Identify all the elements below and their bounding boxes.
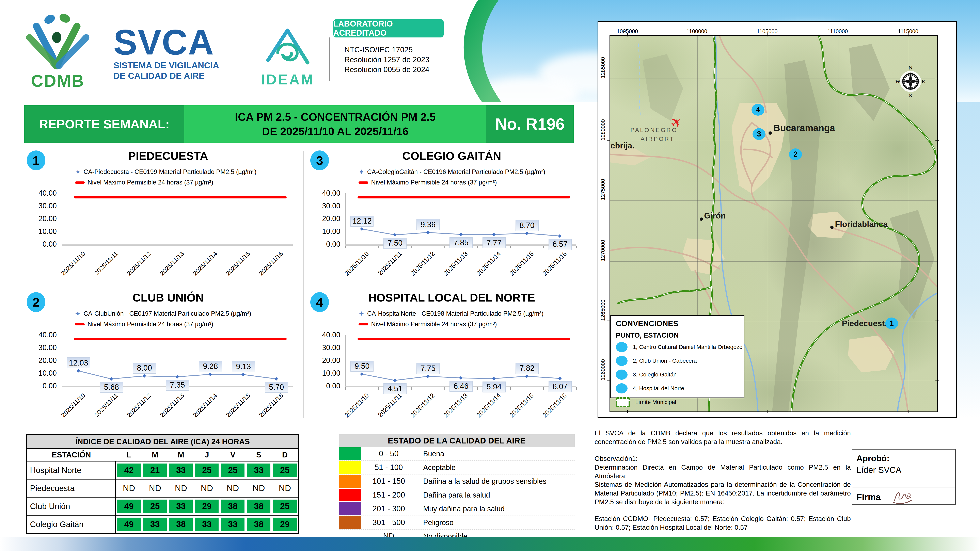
map-y-tickmark [935,78,939,78]
x-axis-tickmark [194,246,194,248]
y-axis-line [62,194,62,245]
data-point-label: 5.68 [100,382,123,393]
green-swoosh-decoration [445,0,531,102]
ica-value-cell: 49 [117,518,141,531]
map-y-tickmark [607,321,610,321]
limit-line [74,196,286,198]
ica-station-name: Piedecuesta [27,479,116,497]
ica-value-cell: 33 [247,464,270,477]
y-axis-tick-label: 20.00 [24,214,57,223]
map-y-coordinate-label: 1270000 [600,253,606,261]
map-y-tickmark [607,78,610,78]
estado-label: Buena [416,447,575,460]
map-y-tickmark [607,380,610,381]
air-quality-state-table: ESTADO DE LA CALIDAD DEL AIRE0 - 50Buena… [339,434,575,543]
ica-station-header: ESTACIÓN [27,449,116,461]
station-map-panel: BucaramangaGirónFloridablancaPiedecuesta… [598,21,957,418]
estado-color-swatch [339,489,361,502]
estado-table-row: 151 - 200Dañina para la salud [339,488,575,502]
x-axis-date-label: 2025/11/16 [258,250,285,277]
map-x-tickmark [767,33,767,37]
x-axis-date-label: 2025/11/10 [60,250,87,277]
estado-label: Dañina a la salud de grupos sensibles [416,475,575,488]
data-point-label: 7.50 [383,238,407,249]
x-axis-date-label: 2025/11/12 [126,250,153,277]
x-axis-tickmark [293,246,293,248]
map-x-tickmark [838,33,838,37]
ideam-logo-icon [262,26,313,70]
ica-day-header: S [246,449,272,461]
sky-strip [955,102,980,418]
data-point-label: 5.94 [482,381,506,392]
estado-label: Muy dañina para la salud [416,502,575,516]
x-axis-date-label: 2025/11/15 [224,250,252,277]
y-axis-tick-label: 30.00 [24,202,57,210]
estado-color-swatch [339,475,361,487]
estado-table-row: 51 - 100Aceptable [339,460,575,475]
ica-value: 38 [168,515,194,534]
map-x-tickmark [627,410,628,413]
ica-value: 38 [220,497,246,515]
map-y-tickmark [935,140,939,141]
ica-value-cell: 25 [143,500,167,513]
data-point-label: 7.77 [482,237,506,248]
ica-day-header: J [194,449,220,461]
ica-value: ND [168,479,194,497]
data-point-label: 7.82 [515,363,539,374]
ica-table-row: PiedecuestaNDNDNDNDNDNDND [27,479,298,497]
ica-value-cell: ND [117,481,141,495]
map-y-tickmark [935,321,939,321]
data-point-label: 9.28 [199,361,222,372]
accreditation-badge: LABORATORIO ACREDITADO [333,19,444,38]
x-axis-date-label: 2025/11/13 [159,250,186,277]
chart-colegio-gaitan: 3 COLEGIO GAITÁN ✦ CA-ColegioGaitán - CE… [308,149,583,289]
chart-plot-area: 40.0030.0020.0010.000.002025/11/102025/1… [24,291,300,430]
estado-color-swatch [339,516,361,529]
data-point-label: 7.35 [166,380,189,391]
map-x-tickmark [767,410,767,413]
estado-table-row: 201 - 300Muy dañina para la salud [339,502,575,516]
declaration-p3: Determinación Directa en Campo de Materi… [595,463,851,481]
report-title-line2: DE 2025/11/10 AL 2025/11/16 [262,124,409,138]
estado-table-title: ESTADO DE LA CALIDAD DEL AIRE [339,434,575,447]
ica-value-cell: 25 [273,500,297,513]
ica-value-cell: 29 [195,500,219,513]
map-y-tickmark [935,261,939,261]
data-point-label: 7.85 [450,237,473,248]
y-axis-tick-label: 0.00 [24,240,57,248]
ideam-logo: IDEAM [256,26,319,88]
estado-range: 101 - 150 [361,475,416,488]
map-y-tickmark [607,200,610,200]
chart-plot-area: 40.0030.0020.0010.000.002025/11/102025/1… [308,149,583,289]
ica-value: ND [246,479,272,497]
report-type-label: REPORTE SEMANAL: [24,105,185,143]
signature-label: Firma [856,492,881,502]
ica-value-cell: 33 [169,500,192,513]
ica-table-title: ÍNDICE DE CALIDAD DEL AIRE (ICA) 24 HORA… [27,435,298,449]
data-point-label: 12.12 [350,216,374,227]
ica-value-cell: 25 [221,464,245,477]
map-y-coordinate-label: 1285000 [600,70,606,78]
ica-value: 49 [116,515,142,534]
map-y-coordinate-label: 1260000 [600,372,606,381]
ica-table: ÍNDICE DE CALIDAD DEL AIRE (ICA) 24 HORA… [26,434,299,534]
ica-value: 42 [116,461,142,479]
ica-station-name: Hospital Norte [27,461,116,479]
map-y-tickmark [607,140,610,141]
data-point-label: 8.00 [133,363,156,374]
approved-by: Líder SVCA [856,465,901,475]
data-point-label: 9.50 [350,360,374,372]
data-point-label: 6.07 [549,381,572,392]
ica-value-cell: 33 [169,464,192,477]
declaration-p5: Estación CCDMO- Piedecuesta: 0.57; Estac… [595,514,851,532]
map-x-tickmark [908,33,908,37]
map-y-coordinate-label: 1280000 [600,132,606,141]
map-x-tickmark [627,33,628,37]
ica-value: 25 [220,461,246,479]
ica-value-cell: 38 [169,518,192,531]
ica-value: 33 [142,515,168,534]
data-point-label: 6.46 [450,381,473,392]
ica-value: 25 [272,461,298,479]
approved-by-cell: Aprobó: Líder SVCA [853,449,955,487]
x-axis-date-label: 2025/11/14 [192,250,219,277]
